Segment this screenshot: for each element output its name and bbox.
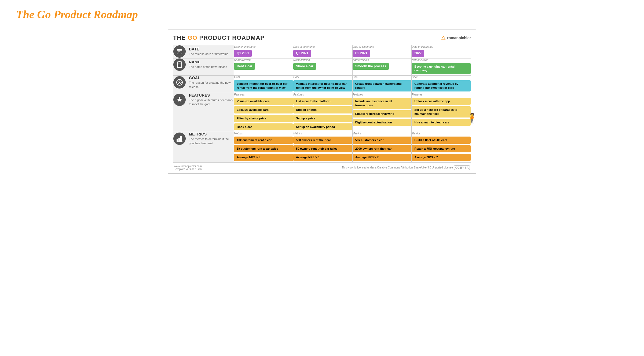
features-col1-cell: Features Visualize available cars Locali… (234, 93, 293, 132)
goal-row-name: GOAL (189, 76, 234, 80)
goal-col2-cell: Goal Validate interest for peer-to-peer … (293, 76, 352, 93)
goal-col1-chip: Validate interest for peer-to-peer car r… (234, 80, 293, 91)
name-col2-chip: Share a car (293, 63, 316, 70)
roadmap-container: THE GO PRODUCT ROADMAP ⧋ romanpichler (168, 29, 476, 174)
metrics-icon (173, 133, 186, 145)
features-col2-label: Features (293, 93, 352, 96)
metrics-col4-cell: Metrics Build a fleet of 500 cars Reach … (412, 132, 471, 163)
date-col3-cell: Date or timeframe H2 2021 (352, 45, 412, 58)
metrics-col4-item2: Reach a 75% occupancy rate (412, 145, 471, 152)
name-col4-cell: Name/version Become a genuine car rental… (412, 58, 471, 76)
features-col3-item3: Digitize contractualisation (353, 119, 412, 126)
goal-col2-chip: Validate interest for peer-to-peer car r… (293, 80, 352, 91)
metrics-col2-cell: Metrics 500 owners rent their car 50 own… (293, 132, 352, 163)
goal-col1-label: Goal (234, 76, 293, 79)
features-col4-label: Features (412, 93, 471, 96)
cc-by-text: BY (460, 166, 464, 169)
metrics-col1-cell: Metrics 10k customers rent a car 1k cust… (234, 132, 293, 163)
roadmap-table: DATE The release date or timeframe Date … (173, 45, 471, 163)
goal-col4-chip: Generate additional revenue by renting o… (412, 80, 471, 91)
date-col4-chip: 2022 (412, 50, 424, 57)
name-icon (173, 58, 186, 71)
page-title: The Go Product Roadmap (16, 8, 628, 21)
metrics-col2-label: Metrics (293, 132, 352, 135)
metrics-col4-item1: Build a fleet of 500 cars (412, 137, 471, 144)
svg-rect-21 (180, 136, 182, 142)
footer-left: www.romanpichler.com Template version 10… (174, 165, 202, 171)
metrics-row: METRICS The metrics to determine if the … (173, 132, 471, 163)
features-col2-item4: Set up an availability period (293, 123, 352, 131)
goal-label-cell: GOAL The reason for creating the new rel… (173, 76, 234, 93)
footer-url: www.romanpichler.com (174, 165, 202, 168)
name-col2-cell: Name/version Share a car (293, 58, 352, 76)
svg-line-17 (181, 82, 182, 83)
svg-rect-5 (179, 52, 180, 52)
metrics-col1-item2: 1k customers rent a car twice (234, 145, 293, 152)
brand-icon: ⧋ (441, 35, 445, 41)
goal-col1-cell: Goal Validate interest for peer-to-peer … (234, 76, 293, 93)
metrics-label-cell: METRICS The metrics to determine if the … (173, 132, 234, 163)
date-col2-chip: Q2 2021 (293, 50, 311, 57)
date-col3-label: Date or timeframe (353, 45, 412, 48)
goal-col3-cell: Goal Create trust between owners and ren… (352, 76, 412, 93)
features-col4-item1: Unlock a car with the app (412, 98, 471, 105)
date-row-name: DATE (189, 47, 228, 51)
metrics-col3-item1: 50k customers a car (353, 137, 412, 144)
footer: www.romanpichler.com Template version 10… (173, 165, 471, 171)
date-col2-label: Date or timeframe (293, 45, 352, 48)
metrics-row-desc: The metrics to determine if the goal has… (189, 137, 234, 145)
name-row-name: NAME (189, 60, 227, 64)
goal-col4-label: Goal (412, 76, 471, 79)
date-col2-cell: Date or timeframe Q2 2021 (293, 45, 352, 58)
metrics-col4-label: Metrics (412, 132, 471, 135)
name-col4-chip: Become a genuine car rental company (412, 63, 471, 74)
name-col2-label: Name/version (293, 58, 352, 61)
features-col1-item2: Localize available cars (234, 106, 293, 113)
footer-license: This work is licensed under a Creative C… (342, 165, 470, 170)
brand-name: romanpichler (447, 36, 471, 40)
metrics-col1-item3: Average NPS > 5 (234, 154, 293, 161)
metrics-col1-label: Metrics (234, 132, 293, 135)
goal-col3-label: Goal (353, 76, 412, 79)
svg-point-14 (179, 82, 180, 83)
title-highlight: GO (188, 34, 197, 41)
date-col1-cell: Date or timeframe Q1 2021 (234, 45, 293, 58)
date-col4-cell: Date or timeframe 2022 (412, 45, 471, 58)
goal-icon (173, 76, 186, 89)
character-decoration: 🧍 (466, 112, 478, 124)
brand-logo: ⧋ romanpichler (441, 35, 471, 41)
goal-col3-chip: Create trust between owners and renters (353, 80, 412, 91)
metrics-col4-item3: Average NPS > 7 (412, 154, 471, 161)
features-col3-label: Features (353, 93, 412, 96)
date-col4-label: Date or timeframe (412, 45, 471, 48)
name-col3-label: Name/version (353, 58, 412, 61)
svg-rect-20 (178, 138, 180, 142)
features-col3-item1: Include an insurance in all transactions (353, 98, 412, 109)
svg-rect-8 (179, 61, 180, 62)
features-col2-cell: Features List a car to the platform Uplo… (293, 93, 352, 132)
name-row: NAME The name of the new release Name/ve… (173, 58, 471, 76)
svg-rect-7 (177, 62, 182, 68)
roadmap-main-title: THE GO PRODUCT ROADMAP (173, 34, 265, 41)
metrics-col3-item2: 2000 owners rent their car (353, 145, 412, 152)
date-label-cell: DATE The release date or timeframe (173, 45, 234, 58)
cc-badge: CC BY SA (454, 165, 470, 170)
features-row-name: FEATURES (189, 93, 234, 97)
cc-by-icon: CC (455, 166, 460, 169)
svg-rect-4 (178, 52, 179, 52)
features-icon (173, 94, 186, 106)
metrics-col3-label: Metrics (353, 132, 412, 135)
name-col1-chip: Rent a car (234, 63, 255, 70)
metrics-col2-item3: Average NPS > 5 (293, 154, 352, 161)
goal-col2-label: Goal (293, 76, 352, 79)
features-col1-item1: Visualize available cars (234, 98, 293, 105)
name-col4-label: Name/version (412, 58, 471, 61)
features-col3-cell: Features Include an insurance in all tra… (352, 93, 412, 132)
features-col2-item1: List a car to the platform (293, 98, 352, 105)
footer-license-text: This work is licensed under a Creative C… (342, 166, 453, 169)
features-row: FEATURES The high-level features necessa… (173, 93, 471, 132)
name-label-cell: NAME The name of the new release (173, 58, 234, 76)
footer-version: Template version 10/16 (174, 168, 202, 171)
goal-row: GOAL The reason for creating the new rel… (173, 76, 471, 93)
name-col3-chip: Smooth the process (353, 63, 389, 70)
